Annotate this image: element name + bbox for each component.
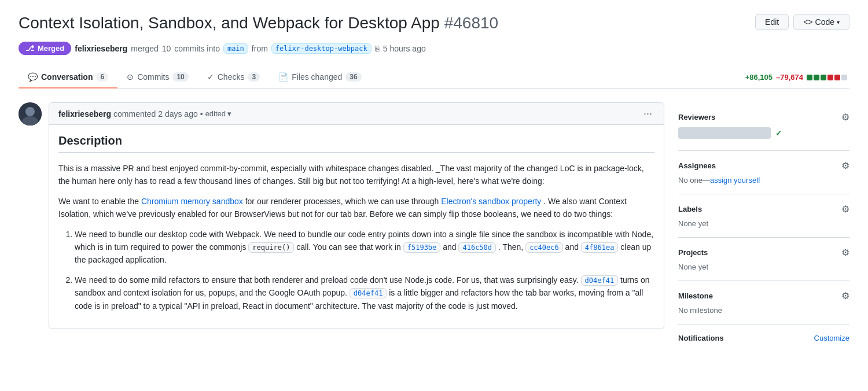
edited-badge[interactable]: edited ▾ [205, 109, 231, 118]
body-para-1: This is a massive PR and best enjoyed co… [58, 162, 654, 188]
milestone-header: Milestone ⚙ [678, 290, 849, 301]
li1-text2: call. You can see that work in [296, 242, 403, 252]
projects-header: Projects ⚙ [678, 247, 849, 258]
milestone-title: Milestone [678, 292, 713, 300]
projects-title: Projects [678, 248, 708, 257]
comment-dot: • [200, 109, 203, 119]
li2-commit1[interactable]: d04ef41 [581, 275, 619, 286]
sidebar-notifications: Notifications Customize [678, 324, 849, 342]
pr-action: merged [131, 44, 158, 53]
edit-button[interactable]: Edit [755, 14, 789, 30]
diff-bar-seg-6 [841, 75, 847, 80]
commits-tab-label: Commits [137, 72, 169, 82]
milestone-value: No milestone [678, 306, 849, 315]
comment-header: felixrieseberg commented 2 days ago • ed… [49, 103, 664, 125]
comment-body: Description This is a massive PR and bes… [49, 125, 664, 329]
description-heading: Description [58, 134, 654, 153]
pr-meta: ⎇ Merged felixrieseberg merged 10 commit… [19, 42, 849, 55]
assignees-gear-icon[interactable]: ⚙ [841, 160, 849, 171]
li1-and2: and [565, 242, 581, 252]
assign-yourself-link[interactable]: assign yourself [710, 176, 760, 185]
commits-count: 10 [162, 44, 171, 53]
files-tab-count: 36 [345, 72, 361, 82]
commits-tab-count: 10 [172, 72, 188, 82]
comment-box: felixrieseberg commented 2 days ago • ed… [49, 102, 664, 329]
chevron-down-icon: ▾ [837, 19, 840, 25]
svg-point-1 [25, 107, 35, 116]
labels-value: None yet [678, 219, 849, 228]
li1-then: . Then, [498, 242, 525, 252]
header-actions: Edit <> <> Code Code ▾ [755, 14, 849, 30]
sidebar: Reviewers ⚙ ✓ Assignees ⚙ No one—assign … [678, 102, 849, 342]
pr-number: #46810 [444, 14, 498, 32]
li1-commit2[interactable]: 416c50d [458, 242, 496, 253]
chevron-down-icon-edited: ▾ [227, 109, 231, 118]
chromium-sandbox-link[interactable]: Chromium memory sandbox [141, 197, 243, 206]
milestone-gear-icon[interactable]: ⚙ [841, 290, 849, 301]
customize-notifications-link[interactable]: Customize [814, 334, 849, 342]
li1-commit1[interactable]: f5193be [403, 242, 441, 253]
comment-time: 2 days ago [158, 109, 198, 119]
comment-header-left: felixrieseberg commented 2 days ago • ed… [58, 109, 231, 119]
comment-wrapper: felixrieseberg commented 2 days ago • ed… [19, 102, 664, 329]
assignees-header: Assignees ⚙ [678, 160, 849, 171]
labels-gear-icon[interactable]: ⚙ [841, 204, 849, 215]
sidebar-milestone: Milestone ⚙ No milestone [678, 281, 849, 324]
pr-author: felixrieseberg [75, 44, 127, 53]
checks-tab-count: 3 [248, 72, 260, 82]
li2-commit2[interactable]: d04ef41 [350, 288, 387, 298]
edited-label: edited [205, 109, 226, 118]
pr-title-text: Context Isolation, Sandbox, and Webpack … [19, 14, 440, 32]
from-label: from [252, 44, 268, 53]
diff-bar-seg-1 [807, 75, 812, 80]
li1-commit4[interactable]: 4f861ea [581, 242, 619, 253]
sidebar-labels: Labels ⚙ None yet [678, 194, 849, 238]
body-para-2: We want to enable the Chromium memory sa… [58, 195, 654, 221]
avatar [19, 102, 42, 126]
tab-checks[interactable]: ✓ Checks 3 [198, 67, 269, 88]
li2-text1: We need to do some mild refactors to ens… [75, 275, 581, 285]
comment-author[interactable]: felixrieseberg [58, 109, 111, 119]
sidebar-reviewers: Reviewers ⚙ ✓ [678, 102, 849, 151]
electron-sandbox-link[interactable]: Electron's sandbox property [441, 197, 541, 206]
page-container: Context Isolation, Sandbox, and Webpack … [0, 0, 868, 342]
projects-gear-icon[interactable]: ⚙ [841, 247, 849, 258]
copy-icon[interactable]: ⎘ [375, 44, 380, 53]
avatar-image [19, 102, 42, 126]
checks-tab-icon: ✓ [207, 72, 214, 82]
commits-tab-icon: ⊙ [127, 72, 134, 82]
more-options-button[interactable]: ··· [641, 108, 654, 120]
base-branch[interactable]: main [223, 43, 248, 54]
li1-commit3[interactable]: cc40ec6 [525, 242, 563, 253]
tab-files-changed[interactable]: 📄 Files changed 36 [269, 67, 371, 88]
sidebar-projects: Projects ⚙ None yet [678, 238, 849, 281]
merged-badge: ⎇ Merged [19, 42, 71, 55]
additions-count: +86,105 [745, 73, 773, 82]
diff-bar [807, 75, 847, 80]
tab-conversation[interactable]: 💬 Conversation 6 [19, 67, 117, 88]
projects-value: None yet [678, 263, 849, 271]
diff-bar-seg-5 [834, 75, 840, 80]
head-branch[interactable]: felixr-desktop-webpack [271, 43, 372, 54]
conversation-tab-count: 6 [96, 72, 108, 82]
list: We need to bundle our desktop code with … [58, 228, 654, 312]
li1-and1: and [443, 242, 458, 252]
diff-bar-seg-2 [814, 75, 819, 80]
reviewers-gear-icon[interactable]: ⚙ [841, 112, 849, 123]
reviewer-check-icon: ✓ [775, 129, 782, 138]
body-para-2-start: We want to enable the [58, 197, 141, 206]
reviewers-header: Reviewers ⚙ [678, 112, 849, 123]
code-button[interactable]: <> <> Code Code ▾ [793, 14, 849, 30]
conversation-tab-label: Conversation [41, 72, 93, 82]
list-item-2: We need to do some mild refactors to ens… [75, 274, 654, 312]
files-tab-icon: 📄 [278, 72, 288, 82]
reviewer-placeholder: ✓ [678, 127, 849, 139]
assignees-value: No one—assign yourself [678, 176, 849, 185]
tab-commits[interactable]: ⊙ Commits 10 [117, 67, 198, 88]
conversation-area: felixrieseberg commented 2 days ago • ed… [19, 102, 664, 342]
merged-label: Merged [38, 44, 64, 53]
labels-header: Labels ⚙ [678, 204, 849, 215]
notifications-title: Notifications [678, 334, 724, 342]
diff-bar-seg-3 [821, 75, 826, 80]
checks-tab-label: Checks [218, 72, 245, 82]
